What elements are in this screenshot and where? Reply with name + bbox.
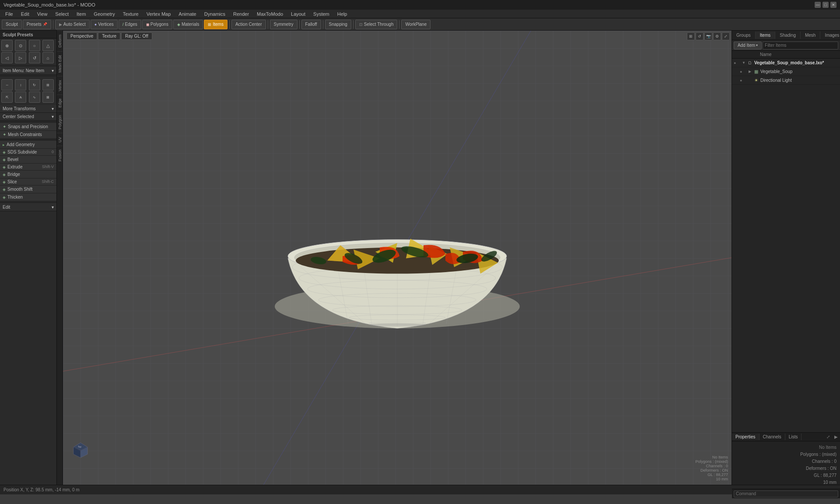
prop-tab-properties[interactable]: Properties (732, 434, 760, 440)
menu-help[interactable]: Help (334, 10, 351, 18)
transform-btn-3[interactable]: ↻ (29, 79, 40, 91)
tab-groups[interactable]: Groups (732, 32, 756, 39)
tab-items[interactable]: Items (756, 32, 775, 39)
vp-expand-icon[interactable]: ⤢ (722, 32, 730, 40)
smooth-shift-button[interactable]: ◈ Smooth Shift (0, 186, 56, 193)
tool-btn-5[interactable]: ◁ (1, 52, 13, 63)
presets-button[interactable]: Presets 📌 (23, 20, 51, 29)
tool-btn-3[interactable]: ○ (29, 40, 40, 51)
transform-btn-6[interactable]: A (15, 91, 26, 103)
polygons-button[interactable]: ◼ Polygons (142, 20, 172, 29)
actioncenter-button[interactable]: Action Center (231, 20, 266, 29)
prop-tab-lists[interactable]: Lists (785, 434, 802, 440)
menu-file[interactable]: File (2, 10, 17, 18)
texture-label[interactable]: Texture (98, 32, 120, 40)
transform-btn-1[interactable]: ↔ (1, 79, 13, 91)
slice-item[interactable]: ◈ Slice Shift-C (0, 178, 56, 186)
tab-images[interactable]: Images (820, 32, 840, 39)
transform-btn-5[interactable]: ⇱ (1, 91, 13, 103)
tab-mesh[interactable]: Mesh (801, 32, 820, 39)
tree-item-light[interactable]: ● ▶ ☀ Directional Light (732, 76, 840, 85)
menu-select[interactable]: Select (52, 10, 72, 18)
menu-texture[interactable]: Texture (119, 10, 142, 18)
vp-fit-icon[interactable]: ⊞ (687, 32, 695, 40)
thicken-button[interactable]: ◈ Thicken (0, 193, 56, 201)
falloff-button[interactable]: Falloff (301, 20, 321, 29)
vertices-button[interactable]: ● Vertices (91, 20, 118, 29)
menu-geometry[interactable]: Geometry (90, 10, 118, 18)
tool-btn-2[interactable]: ⊙ (15, 40, 26, 51)
maximize-button[interactable]: □ (822, 2, 829, 8)
filter-items-input[interactable] (763, 42, 838, 49)
transform-btn-2[interactable]: ↕ (15, 79, 26, 91)
vp-settings-icon[interactable]: ⚙ (713, 32, 721, 40)
transform-btn-7[interactable]: ∿ (29, 91, 40, 103)
edit-button[interactable]: Edit ▾ (0, 203, 56, 211)
transform-btn-8[interactable]: ⊠ (42, 91, 54, 103)
tool-btn-6[interactable]: ▷ (15, 52, 26, 63)
vert-tab-fusion[interactable]: Fusion (57, 146, 63, 165)
perspective-label[interactable]: Perspective (66, 32, 97, 40)
eye-icon-mesh[interactable]: ● (740, 70, 742, 74)
minimize-button[interactable]: — (815, 2, 821, 8)
close-button[interactable]: ✕ (830, 2, 836, 8)
command-input[interactable] (734, 490, 838, 497)
vert-tab-edge[interactable]: Edge (57, 94, 63, 111)
tool-btn-1[interactable]: ⊕ (1, 40, 13, 51)
viewport[interactable]: Perspective Texture Ray GL: Off ⊞ ↺ 📷 ⚙ … (63, 31, 732, 485)
menu-animate[interactable]: Animate (175, 10, 200, 18)
tool-btn-8[interactable]: ⌂ (42, 52, 54, 63)
menu-maxtomodo[interactable]: MaxToModo (253, 10, 287, 18)
vp-refresh-icon[interactable]: ↺ (696, 32, 704, 40)
prop-settings-icon[interactable]: ▶ (832, 433, 840, 441)
menu-edit[interactable]: Edit (18, 10, 33, 18)
vert-tab-mesh-edit[interactable]: Mesh Edit (57, 51, 63, 76)
workplane-button[interactable]: WorkPlane (401, 20, 430, 29)
selectthrough-button[interactable]: ⊡ Select Through (355, 20, 398, 29)
items-button[interactable]: ⊞ Items (204, 20, 227, 29)
vert-tab-polygon[interactable]: Polygon (57, 111, 63, 133)
prop-tab-channels[interactable]: Channels (760, 434, 785, 440)
extrude-item[interactable]: ◈ Extrude Shift-V (0, 164, 56, 171)
bridge-button[interactable]: ◈ Bridge (0, 171, 56, 178)
snaps-precision-button[interactable]: ✦ Snaps and Precision (0, 123, 56, 131)
tab-shading[interactable]: Shading (775, 32, 801, 39)
vp-camera-icon[interactable]: 📷 (704, 32, 712, 40)
vert-tab-deform[interactable]: Deform (57, 31, 63, 51)
symmetry-button[interactable]: Symmetry (270, 20, 298, 29)
tree-item-mesh[interactable]: ● ▶ ▦ Vegetable_Soup (732, 67, 840, 76)
tool-btn-4[interactable]: △ (42, 40, 54, 51)
menu-item[interactable]: Item (73, 10, 89, 18)
snapping-button[interactable]: Snapping (325, 20, 351, 29)
tree-item-root[interactable]: ● ▼ 🗋 Vegetable_Soup_modo_base.lxo* (732, 59, 840, 67)
add-item-button[interactable]: Add Item ▾ (734, 42, 762, 49)
sculpt-button[interactable]: Sculpt (2, 20, 22, 29)
item-menu-button[interactable]: Item Menu: New Item ▾ (0, 67, 56, 75)
vert-tab-vertex[interactable]: Vertex (57, 76, 63, 95)
prop-expand-icon[interactable]: ⤢ (824, 433, 832, 441)
add-geometry-button[interactable]: ▸ Add Geometry (0, 141, 56, 149)
eye-icon-root[interactable]: ● (734, 61, 736, 65)
menu-layout[interactable]: Layout (287, 10, 309, 18)
more-transforms-button[interactable]: More Transforms ▾ (0, 105, 56, 113)
menu-dynamics[interactable]: Dynamics (201, 10, 229, 18)
tree-toggle-mesh[interactable]: ▶ (748, 70, 752, 74)
menu-view[interactable]: View (34, 10, 51, 18)
tool-btn-7[interactable]: ↺ (29, 52, 40, 63)
raygl-label[interactable]: Ray GL: Off (121, 32, 152, 40)
bevel-button[interactable]: ◈ Bevel (0, 156, 56, 164)
edges-button[interactable]: / Edges (119, 20, 141, 29)
sds-subdivide-item[interactable]: ◈ SDS Subdivide 0 (0, 149, 56, 156)
viewport-nav-cube[interactable]: Top (72, 441, 89, 458)
menu-vertexmap[interactable]: Vertex Map (143, 10, 175, 18)
mesh-constraints-button[interactable]: ✦ Mesh Constraints (0, 131, 56, 139)
eye-icon-light[interactable]: ● (740, 78, 742, 83)
tree-toggle-root[interactable]: ▼ (742, 61, 746, 65)
autoselect-button[interactable]: ▶ Auto Select (55, 20, 90, 29)
materials-button[interactable]: ◈ Materials (173, 20, 203, 29)
center-selected-button[interactable]: Center Selected ▾ (0, 113, 56, 121)
transform-btn-4[interactable]: ⊞ (42, 79, 54, 91)
menu-system[interactable]: System (310, 10, 333, 18)
vert-tab-uv[interactable]: UV (57, 133, 63, 146)
menu-render[interactable]: Render (230, 10, 252, 18)
